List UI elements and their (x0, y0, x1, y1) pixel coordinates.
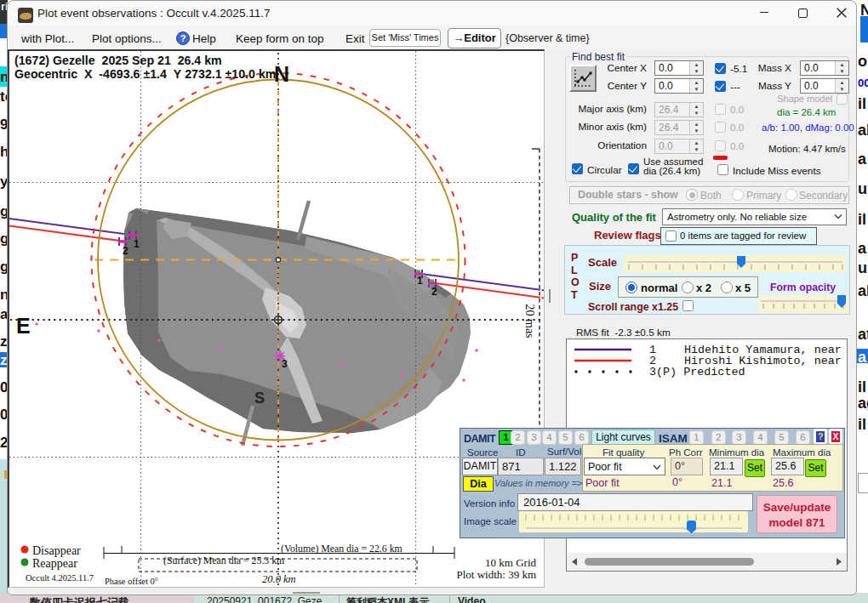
svg-text:N: N (274, 62, 289, 86)
svg-text:E: E (16, 314, 31, 338)
svg-text:20 mas: 20 mas (523, 304, 536, 338)
svg-text:1: 1 (134, 238, 140, 250)
svg-text:3: 3 (282, 358, 288, 370)
svg-text:S: S (254, 390, 265, 407)
svg-text:2: 2 (123, 245, 128, 257)
svg-text:10 km Grid: 10 km Grid (485, 556, 536, 569)
svg-text:Occult 4.2025.11.7: Occult 4.2025.11.7 (26, 573, 94, 583)
svg-text:1: 1 (417, 275, 423, 287)
svg-text:Disappear: Disappear (32, 544, 81, 557)
svg-text:2: 2 (431, 286, 437, 298)
svg-text:Plot width: 39 km: Plot width: 39 km (456, 568, 536, 581)
svg-text:Reappear: Reappear (32, 557, 77, 570)
svg-text:Geocentric X -4693.6 ±1.4 Y: Geocentric X -4693.6 ±1.4 Y 2732.1 ±10.0… (14, 67, 276, 81)
svg-text:20.0 km: 20.0 km (262, 573, 296, 585)
svg-text:(1672) Gezelle 2025 Sep 21 2: (1672) Gezelle 2025 Sep 21 26.4 km (14, 54, 222, 67)
svg-text:(Volume) Mean dia = 22.6 km: (Volume) Mean dia = 22.6 km (281, 543, 403, 555)
svg-text:3(P) Predicted: 3(P) Predicted (649, 366, 745, 378)
svg-text:Phase offset 0°: Phase offset 0° (105, 577, 158, 586)
svg-text:(Surface) Mean dia = 25.3 km: (Surface) Mean dia = 25.3 km (163, 555, 284, 566)
